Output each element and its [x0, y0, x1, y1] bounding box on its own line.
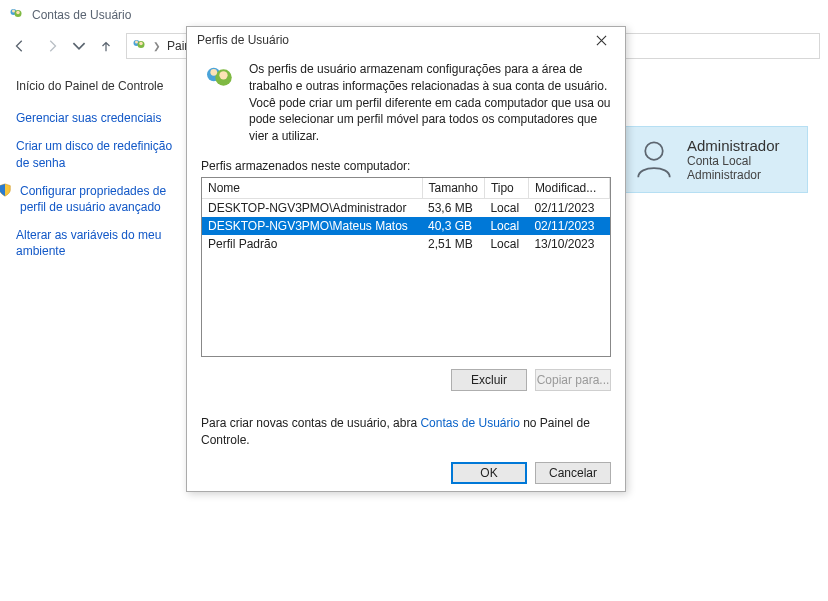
col-modified[interactable]: Modificad... — [528, 178, 609, 199]
ok-button[interactable]: OK — [451, 462, 527, 484]
svg-point-2 — [12, 9, 15, 12]
table-cell: 02/11/2023 — [528, 217, 609, 235]
svg-point-12 — [219, 71, 227, 79]
account-type: Conta Local — [687, 154, 780, 168]
profiles-table[interactable]: Nome Tamanho Tipo Modificad... DESKTOP-N… — [201, 177, 611, 357]
up-button[interactable] — [94, 34, 118, 58]
svg-point-11 — [210, 69, 217, 76]
table-cell: DESKTOP-NGV3PMO\Administrador — [202, 198, 422, 217]
table-cell: Local — [484, 235, 528, 253]
table-row[interactable]: DESKTOP-NGV3PMO\Mateus Matos40,3 GBLocal… — [202, 217, 610, 235]
dialog-titlebar[interactable]: Perfis de Usuário — [187, 27, 625, 53]
svg-point-7 — [139, 41, 143, 45]
environment-variables-link[interactable]: Alterar as variáveis do meu ambiente — [16, 227, 182, 259]
table-cell: 40,3 GB — [422, 217, 484, 235]
user-profiles-icon — [201, 61, 237, 145]
window-title: Contas de Usuário — [32, 8, 131, 22]
forward-button[interactable] — [40, 34, 64, 58]
table-row[interactable]: Perfil Padrão2,51 MBLocal13/10/2023 — [202, 235, 610, 253]
table-cell: Perfil Padrão — [202, 235, 422, 253]
create-account-hint: Para criar novas contas de usuário, abra… — [201, 415, 611, 450]
table-label: Perfis armazenados neste computador: — [201, 159, 611, 173]
user-accounts-icon — [131, 37, 147, 56]
close-button[interactable] — [581, 27, 621, 53]
account-tile: Administrador Conta Local Administrador — [618, 126, 808, 193]
svg-point-3 — [16, 10, 20, 14]
sidebar: Início do Painel de Controle Gerenciar s… — [0, 72, 182, 272]
chevron-right-icon: ❯ — [153, 41, 161, 51]
recent-dropdown[interactable] — [72, 34, 86, 58]
table-cell: Local — [484, 217, 528, 235]
create-password-reset-disk-link[interactable]: Criar um disco de redefinição de senha — [16, 138, 182, 170]
table-cell: 2,51 MB — [422, 235, 484, 253]
svg-point-8 — [645, 142, 663, 160]
table-cell: DESKTOP-NGV3PMO\Mateus Matos — [202, 217, 422, 235]
back-button[interactable] — [8, 34, 32, 58]
account-role: Administrador — [687, 168, 780, 182]
copy-to-button: Copiar para... — [535, 369, 611, 391]
table-cell: 53,6 MB — [422, 198, 484, 217]
table-row[interactable]: DESKTOP-NGV3PMO\Administrador53,6 MBLoca… — [202, 198, 610, 217]
control-panel-home-link[interactable]: Início do Painel de Controle — [16, 78, 182, 94]
table-cell: Local — [484, 198, 528, 217]
user-accounts-icon — [8, 6, 24, 25]
cancel-button[interactable]: Cancelar — [535, 462, 611, 484]
col-type[interactable]: Tipo — [484, 178, 528, 199]
table-cell: 13/10/2023 — [528, 235, 609, 253]
manage-credentials-link[interactable]: Gerenciar suas credenciais — [16, 110, 182, 126]
dialog-title: Perfis de Usuário — [197, 33, 289, 47]
delete-button[interactable]: Excluir — [451, 369, 527, 391]
col-name[interactable]: Nome — [202, 178, 422, 199]
dialog-description: Os perfis de usuário armazenam configura… — [249, 61, 611, 145]
col-size[interactable]: Tamanho — [422, 178, 484, 199]
advanced-user-profile-properties-link[interactable]: Configurar propriedades de perfil de usu… — [20, 183, 182, 215]
table-cell: 02/11/2023 — [528, 198, 609, 217]
user-avatar-icon — [633, 137, 675, 182]
account-name: Administrador — [687, 137, 780, 154]
svg-point-6 — [135, 40, 138, 43]
user-profiles-dialog: Perfis de Usuário Os perfis de usuário a… — [186, 26, 626, 492]
user-accounts-link[interactable]: Contas de Usuário — [420, 416, 519, 430]
